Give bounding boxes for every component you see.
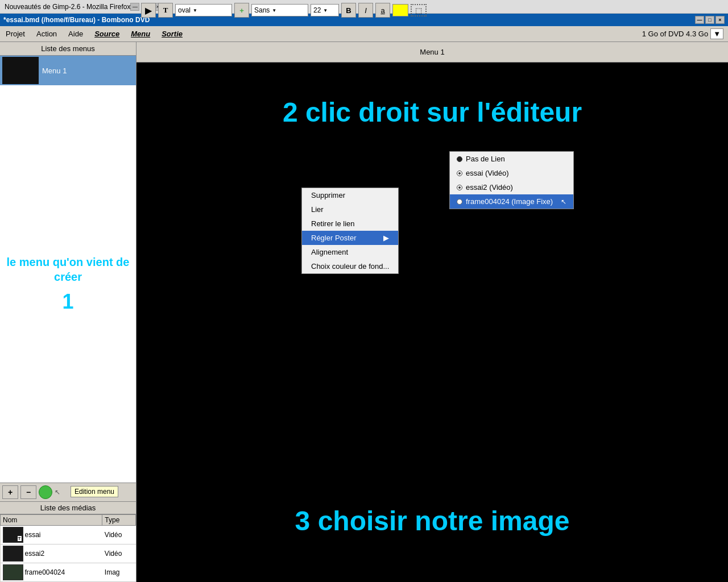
media-row-0[interactable]: T essai Vidéo	[1, 526, 136, 544]
media-item-name-1: essai2	[25, 550, 45, 558]
submenu-item-1[interactable]: essai (Vidéo)	[450, 166, 573, 180]
context-menu-item-retirer[interactable]: Retirer le lien	[302, 217, 398, 231]
editor-area: Menu 1 ▶ T oval ▼ + Sans ▼ 22	[136, 42, 728, 582]
context-menu: Supprimer Lier Retirer le lien Régler Po…	[301, 188, 399, 274]
media-row-1[interactable]: essai2 Vidéo	[1, 544, 136, 563]
menubar: Projet Action Aide Source Menu Sortie 1 …	[0, 26, 728, 42]
canvas-instruction-2: 3 choisir notre image	[136, 505, 728, 537]
menu-source[interactable]: Source	[89, 26, 125, 41]
edition-menu-tooltip: Edition menu	[71, 486, 118, 497]
remove-menu-btn[interactable]: −	[20, 485, 36, 499]
submenu-label-2: essai2 (Vidéo)	[466, 183, 513, 192]
media-thumb-0: T	[3, 527, 23, 543]
context-menu-label-regler: Régler Poster	[311, 234, 356, 242]
radio-icon-3	[457, 199, 462, 205]
context-menu-item-lier[interactable]: Lier	[302, 202, 398, 217]
app-window: *essai.bmd (/home/f/Bureau) - Bombono DV…	[0, 14, 728, 582]
dvd-size-display: 1 Go of DVD 4.3 Go ▼	[638, 27, 728, 40]
app-title: *essai.bmd (/home/f/Bureau) - Bombono DV…	[3, 16, 150, 24]
cursor-icon: ↖	[561, 198, 566, 206]
menu-action[interactable]: Action	[31, 26, 63, 41]
media-row-2[interactable]: frame004024 Imag	[1, 563, 136, 582]
menu-projet[interactable]: Projet	[0, 26, 31, 41]
dvd-size-text: 1 Go of DVD 4.3 Go	[642, 30, 708, 38]
media-type-1: Vidéo	[102, 544, 136, 563]
canvas-instruction-1: 2 clic droit sur l'éditeur	[136, 97, 728, 128]
media-thumb-2	[3, 564, 23, 580]
app-close-btn[interactable]: ×	[715, 16, 725, 24]
app-minimize-btn[interactable]: —	[695, 16, 704, 24]
context-menu-label-couleur: Choix couleur de fond...	[311, 262, 389, 271]
medias-section-title: Liste des médias	[0, 502, 136, 514]
submenu-item-0[interactable]: Pas de Lien	[450, 152, 573, 166]
media-name-1: essai2	[1, 544, 102, 563]
context-menu-item-couleur[interactable]: Choix couleur de fond...	[302, 259, 398, 273]
toolbar: Menu 1 ▶ T oval ▼ + Sans ▼ 22	[136, 42, 728, 63]
browser-minimize-btn[interactable]: —	[130, 3, 139, 11]
edit-menu-btn[interactable]	[39, 485, 52, 499]
radio-icon-0	[457, 156, 462, 162]
media-thumb-1	[3, 546, 23, 562]
context-menu-label-lier: Lier	[311, 205, 324, 214]
media-type-2: Imag	[102, 563, 136, 582]
sidebar: Liste des menus Menu 1 le menu qu'on vie…	[0, 42, 136, 582]
radio-icon-1	[457, 171, 462, 176]
col-type: Type	[102, 515, 136, 526]
app-maximize-btn[interactable]: □	[705, 16, 714, 24]
dvd-dropdown[interactable]: ▼	[710, 28, 723, 39]
media-item-name-0: essai	[25, 531, 41, 539]
media-list: Nom Type T essai	[0, 514, 136, 582]
app-win-controls: — □ ×	[695, 16, 725, 24]
canvas-area[interactable]: 2 clic droit sur l'éditeur 3 choisir not…	[136, 63, 728, 582]
menu-sortie[interactable]: Sortie	[156, 26, 188, 41]
media-table: Nom Type T essai	[0, 514, 136, 582]
menu-list: Menu 1	[0, 56, 136, 85]
sidebar-preview-number: 1	[62, 290, 73, 314]
col-nom: Nom	[1, 515, 102, 526]
context-menu-item-supprimer[interactable]: Supprimer	[302, 188, 398, 202]
sidebar-buttons-row: + − ↖ Edition menu	[0, 483, 136, 502]
sidebar-preview: le menu qu'on vient de créer 1	[0, 85, 136, 483]
radio-icon-2	[457, 185, 462, 190]
submenu-arrow-icon: ▶	[383, 234, 389, 242]
menu-thumbnail	[2, 57, 39, 84]
add-menu-btn[interactable]: +	[2, 485, 18, 499]
context-menu-label-retirer: Retirer le lien	[311, 219, 355, 228]
browser-title: Nouveautés de Gimp-2.6 - Mozilla Firefox	[5, 3, 130, 11]
context-menu-label-supprimer: Supprimer	[311, 191, 345, 199]
menu-aide[interactable]: Aide	[63, 26, 89, 41]
main-layout: Liste des menus Menu 1 le menu qu'on vie…	[0, 42, 728, 582]
media-name-2: frame004024	[1, 563, 102, 582]
menu-list-item[interactable]: Menu 1	[0, 56, 136, 85]
media-item-name-2: frame004024	[25, 568, 65, 576]
submenu-item-3[interactable]: frame004024 (Image Fixe) ↖	[450, 194, 573, 209]
menu-item-label: Menu 1	[42, 66, 67, 75]
media-type-0: Vidéo	[102, 526, 136, 544]
sidebar-preview-text: le menu qu'on vient de créer	[6, 255, 130, 284]
submenu: Pas de Lien essai (Vidéo) essai2 (Vidéo)…	[449, 151, 574, 209]
context-menu-item-alignement[interactable]: Alignement	[302, 245, 398, 259]
submenu-label-1: essai (Vidéo)	[466, 169, 509, 177]
context-menu-label-alignement: Alignement	[311, 248, 348, 256]
submenu-label-3: frame004024 (Image Fixe)	[466, 197, 553, 206]
menus-section-title: Liste des menus	[0, 42, 136, 56]
toolbar-title: Menu 1	[420, 48, 444, 56]
media-name-0: T essai	[1, 526, 102, 544]
menu-menu[interactable]: Menu	[125, 26, 156, 41]
context-menu-item-regler[interactable]: Régler Poster ▶	[302, 231, 398, 245]
submenu-item-2[interactable]: essai2 (Vidéo)	[450, 180, 573, 194]
cursor-arrow-icon: ↖	[55, 488, 60, 496]
submenu-label-0: Pas de Lien	[466, 155, 505, 163]
